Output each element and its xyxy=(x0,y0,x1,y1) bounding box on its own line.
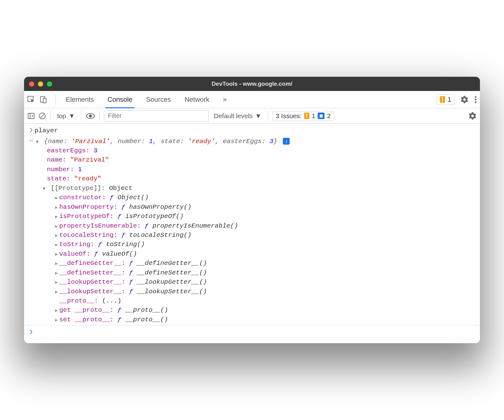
info-icon: ■ xyxy=(318,113,324,119)
object-preview[interactable]: {name: 'Parzival', number: 1, state: 're… xyxy=(44,138,281,145)
console-sidebar-toggle-icon[interactable] xyxy=(27,112,35,120)
svg-rect-2 xyxy=(43,98,46,103)
object-info-icon[interactable]: i xyxy=(283,138,290,145)
expand-toggle[interactable]: ▶ xyxy=(54,251,59,257)
console-toolbar: top ▼ Default levels ▼ 3 Issues: ! 1 ■ 2 xyxy=(24,108,480,124)
prototype-row[interactable]: ▼ [[Prototype]]: Object xyxy=(35,184,476,193)
context-label: top xyxy=(57,112,66,120)
titlebar: DevTools - www.google.com/ xyxy=(24,77,480,91)
more-tabs-button[interactable]: » xyxy=(216,91,233,108)
console-result-row: ⋖ ▼ {name: 'Parzival', number: 1, state:… xyxy=(24,136,480,325)
issues-info-count: 2 xyxy=(327,112,331,120)
property-row[interactable]: easterEggs: 3 xyxy=(35,146,476,155)
device-toggle-icon[interactable] xyxy=(39,96,48,104)
expand-toggle[interactable]: ▼ xyxy=(41,186,47,192)
proto-method-row[interactable]: ▶constructor: ƒ Object() xyxy=(35,193,476,202)
console-output: ❯ player ⋖ ▼ {name: 'Parzival', number: … xyxy=(24,124,480,343)
expand-toggle[interactable]: ▶ xyxy=(54,214,59,220)
maximize-window-button[interactable] xyxy=(47,81,52,87)
main-toolbar: Elements Console Sources Network » ! 1 xyxy=(24,91,480,108)
proto-method-row[interactable]: ▶toLocaleString: ƒ toLocaleString() xyxy=(35,231,476,240)
chevron-down-icon: ▼ xyxy=(68,112,75,120)
property-row[interactable]: number: 1 xyxy=(35,165,476,174)
proto-method-row[interactable]: ▶set __proto__: ƒ __proto__() xyxy=(35,315,476,324)
svg-point-9 xyxy=(89,114,92,117)
svg-point-3 xyxy=(475,96,476,98)
input-chevron-icon: ❯ xyxy=(28,126,35,135)
close-window-button[interactable] xyxy=(29,81,34,87)
proto-method-row[interactable]: ▶isPrototypeOf: ƒ isPrototypeOf() xyxy=(35,212,476,221)
inspect-element-icon[interactable] xyxy=(27,96,35,104)
expand-toggle[interactable]: ▶ xyxy=(54,204,59,211)
svg-point-5 xyxy=(475,101,476,103)
clear-console-icon[interactable] xyxy=(38,112,46,120)
warn-icon: ! xyxy=(304,113,309,119)
proto-method-row[interactable]: ▶__defineSetter__: ƒ __defineSetter__() xyxy=(35,268,476,278)
expand-toggle[interactable]: ▶ xyxy=(54,242,59,248)
warn-icon: ! xyxy=(440,96,445,103)
proto-method-row[interactable]: ▶valueOf: ƒ valueOf() xyxy=(35,249,476,259)
expand-toggle[interactable]: ▶ xyxy=(54,307,59,314)
proto-method-row[interactable]: ▶hasOwnProperty: ƒ hasOwnProperty() xyxy=(35,203,476,212)
proto-property-row[interactable]: __proto__: (...) xyxy=(35,296,476,306)
expand-toggle[interactable]: ▶ xyxy=(54,279,59,286)
filter-input[interactable] xyxy=(104,110,209,121)
expand-toggle[interactable]: ▶ xyxy=(54,195,59,201)
warnings-count: 1 xyxy=(448,96,451,104)
expand-toggle[interactable]: ▶ xyxy=(54,270,59,276)
tab-elements[interactable]: Elements xyxy=(59,91,101,108)
property-row[interactable]: name: "Parzival" xyxy=(35,155,476,165)
live-expression-icon[interactable] xyxy=(86,112,95,120)
console-prompt[interactable]: ❯ xyxy=(24,325,480,343)
expand-toggle[interactable]: ▶ xyxy=(54,261,59,267)
prompt-chevron-icon: ❯ xyxy=(28,328,35,336)
proto-method-row[interactable]: ▶__defineGetter__: ƒ __defineGetter__() xyxy=(35,259,476,268)
expand-toggle[interactable]: ▶ xyxy=(54,223,59,229)
devtools-window: DevTools - www.google.com/ Elements Cons… xyxy=(24,77,480,343)
console-settings-button[interactable] xyxy=(468,112,477,120)
panel-tabs: Elements Console Sources Network » xyxy=(59,91,233,108)
issues-label: 3 Issues: xyxy=(276,112,302,120)
window-controls xyxy=(29,81,52,87)
settings-button[interactable] xyxy=(460,95,469,104)
proto-method-row[interactable]: ▶get __proto__: ƒ __proto__() xyxy=(35,306,476,315)
console-input-echo: ❯ player xyxy=(24,126,480,136)
proto-method-row[interactable]: ▶toString: ƒ toString() xyxy=(35,240,476,249)
proto-method-row[interactable]: ▶__lookupSetter__: ƒ __lookupSetter__() xyxy=(35,287,476,296)
expand-toggle[interactable]: ▼ xyxy=(35,139,40,145)
warnings-counter[interactable]: ! 1 xyxy=(436,94,455,105)
property-row[interactable]: state: "ready" xyxy=(35,174,476,183)
log-levels-selector[interactable]: Default levels ▼ xyxy=(212,112,263,120)
expand-toggle[interactable]: ▶ xyxy=(54,233,59,239)
tab-network[interactable]: Network xyxy=(178,91,216,108)
proto-method-row[interactable]: ▶__lookupGetter__: ƒ __lookupGetter__() xyxy=(35,278,476,287)
expand-toggle[interactable]: ▶ xyxy=(54,317,59,323)
tab-console[interactable]: Console xyxy=(101,91,139,108)
issues-counter[interactable]: 3 Issues: ! 1 ■ 2 xyxy=(272,111,334,121)
expand-toggle[interactable]: ▶ xyxy=(54,289,59,295)
log-levels-label: Default levels xyxy=(214,112,253,120)
minimize-window-button[interactable] xyxy=(38,81,43,87)
tab-sources[interactable]: Sources xyxy=(139,91,178,108)
window-title: DevTools - www.google.com/ xyxy=(24,80,480,87)
input-text: player xyxy=(35,126,476,135)
issues-warn-count: 1 xyxy=(312,112,316,120)
context-selector[interactable]: top ▼ xyxy=(55,112,77,120)
output-chevron-icon: ⋖ xyxy=(28,137,35,146)
proto-method-row[interactable]: ▶propertyIsEnumerable: ƒ propertyIsEnume… xyxy=(35,221,476,231)
svg-point-4 xyxy=(475,99,476,100)
more-menu-button[interactable] xyxy=(474,95,477,104)
chevron-down-icon: ▼ xyxy=(255,112,262,120)
